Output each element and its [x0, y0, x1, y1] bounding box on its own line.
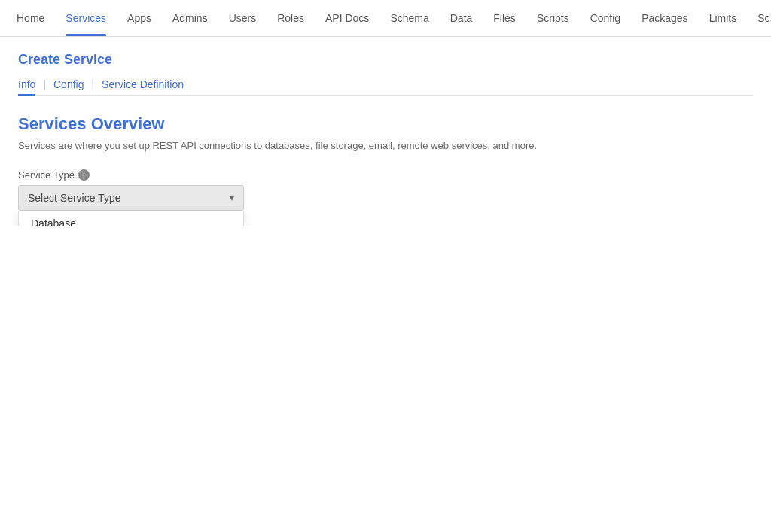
- section-title: Services Overview: [18, 114, 753, 134]
- nav-item-data[interactable]: Data: [440, 0, 483, 36]
- nav-item-limits[interactable]: Limits: [699, 0, 748, 36]
- dropdown-placeholder: Select Service Type: [28, 192, 120, 204]
- nav-item-admins[interactable]: Admins: [162, 0, 218, 36]
- top-nav: HomeServicesAppsAdminsUsersRolesAPI Docs…: [0, 0, 771, 37]
- nav-item-files[interactable]: Files: [483, 0, 526, 36]
- nav-item-config[interactable]: Config: [580, 0, 631, 36]
- service-type-dropdown[interactable]: Select Service Type: [18, 185, 244, 211]
- nav-item-schema[interactable]: Schema: [379, 0, 439, 36]
- nav-item-apps[interactable]: Apps: [117, 0, 162, 36]
- nav-item-users[interactable]: Users: [218, 0, 267, 36]
- nav-item-roles[interactable]: Roles: [267, 0, 315, 36]
- dropdown-item-database[interactable]: Database: [19, 211, 243, 226]
- nav-item-home[interactable]: Home: [6, 0, 55, 36]
- nav-item-packages[interactable]: Packages: [631, 0, 698, 36]
- sub-tab-service-definition[interactable]: Service Definition: [102, 78, 184, 95]
- nav-item-api-docs[interactable]: API Docs: [315, 0, 379, 36]
- nav-item-services[interactable]: Services: [55, 0, 117, 36]
- page-title: Create Service: [18, 52, 753, 68]
- sub-tab-separator: |: [84, 78, 102, 95]
- sub-tab-config[interactable]: Config: [53, 78, 84, 95]
- dropdown-wrapper: Select Service Type DatabaseBig DataFile…: [18, 185, 244, 211]
- info-icon[interactable]: i: [78, 169, 90, 181]
- nav-item-sc...[interactable]: Sc...: [747, 0, 771, 36]
- sub-tab-info[interactable]: Info: [18, 78, 35, 95]
- page-content: Create Service Info|Config|Service Defin…: [0, 37, 771, 226]
- sub-tabs: Info|Config|Service Definition: [18, 78, 753, 96]
- service-type-text: Service Type: [18, 169, 75, 181]
- sub-tab-separator: |: [35, 78, 53, 95]
- service-type-label: Service Type i: [18, 169, 753, 181]
- section-desc: Services are where you set up REST API c…: [18, 140, 753, 151]
- nav-item-scripts[interactable]: Scripts: [526, 0, 580, 36]
- dropdown-list: DatabaseBig DataFileEmailNotificationRem…: [18, 211, 244, 226]
